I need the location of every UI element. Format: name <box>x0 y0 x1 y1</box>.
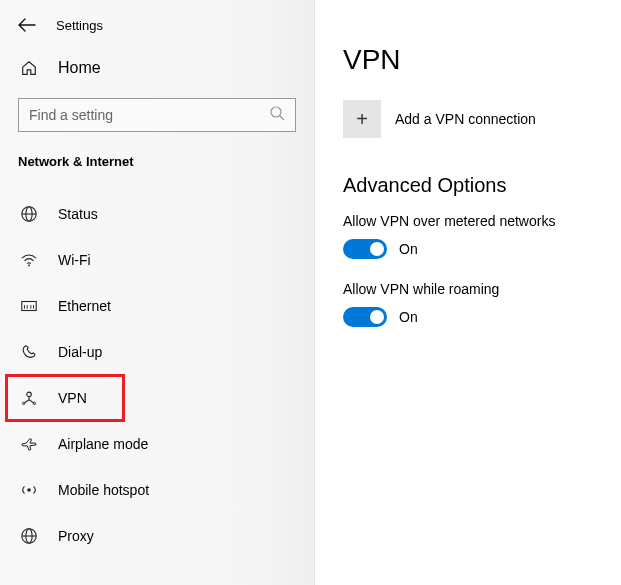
svg-rect-6 <box>22 302 36 311</box>
option-roaming-label: Allow VPN while roaming <box>343 281 601 297</box>
window-title: Settings <box>56 18 103 33</box>
sidebar-item-status[interactable]: Status <box>0 191 314 237</box>
advanced-options-header: Advanced Options <box>343 174 601 197</box>
sidebar-item-label: Proxy <box>58 528 94 544</box>
svg-line-1 <box>280 116 284 120</box>
search-icon <box>269 105 285 125</box>
main-content: VPN + Add a VPN connection Advanced Opti… <box>315 0 621 585</box>
svg-point-15 <box>22 402 24 404</box>
sidebar-item-vpn[interactable]: VPN <box>6 375 124 421</box>
toggle-state: On <box>399 309 418 325</box>
sidebar-item-label: Ethernet <box>58 298 111 314</box>
sidebar: Settings Home Network & Internet Stat <box>0 0 315 585</box>
toggle-switch-icon <box>343 307 387 327</box>
sidebar-item-proxy[interactable]: Proxy <box>0 513 314 559</box>
sidebar-item-ethernet[interactable]: Ethernet <box>0 283 314 329</box>
back-arrow-icon <box>18 18 36 32</box>
proxy-icon <box>18 526 40 546</box>
sidebar-item-label: Wi-Fi <box>58 252 91 268</box>
svg-point-16 <box>33 402 35 404</box>
option-metered-label: Allow VPN over metered networks <box>343 213 601 229</box>
wifi-icon <box>18 250 40 270</box>
sidebar-item-wifi[interactable]: Wi-Fi <box>0 237 314 283</box>
dialup-icon <box>18 342 40 362</box>
add-vpn-button[interactable]: + Add a VPN connection <box>343 100 601 138</box>
search-input[interactable] <box>29 107 269 123</box>
sidebar-item-label: Status <box>58 206 98 222</box>
home-label: Home <box>58 59 101 77</box>
page-title: VPN <box>343 44 601 76</box>
search-box[interactable] <box>18 98 296 132</box>
plus-icon: + <box>343 100 381 138</box>
sidebar-item-label: Mobile hotspot <box>58 482 149 498</box>
svg-point-0 <box>271 107 281 117</box>
ethernet-icon <box>18 296 40 316</box>
svg-point-17 <box>27 488 31 492</box>
toggle-roaming[interactable]: On <box>343 307 601 327</box>
vpn-icon <box>18 388 40 408</box>
sidebar-item-label: Dial-up <box>58 344 102 360</box>
svg-point-11 <box>27 392 32 397</box>
sidebar-item-airplane[interactable]: Airplane mode <box>0 421 314 467</box>
toggle-state: On <box>399 241 418 257</box>
sidebar-item-hotspot[interactable]: Mobile hotspot <box>0 467 314 513</box>
airplane-icon <box>18 434 40 454</box>
add-vpn-label: Add a VPN connection <box>395 111 536 127</box>
home-icon <box>18 58 40 78</box>
sidebar-item-dialup[interactable]: Dial-up <box>0 329 314 375</box>
hotspot-icon <box>18 480 40 500</box>
sidebar-item-home[interactable]: Home <box>0 48 314 88</box>
toggle-metered[interactable]: On <box>343 239 601 259</box>
sidebar-item-label: Airplane mode <box>58 436 148 452</box>
sidebar-item-label: VPN <box>58 390 87 406</box>
section-header: Network & Internet <box>0 132 314 179</box>
globe-icon <box>18 204 40 224</box>
toggle-switch-icon <box>343 239 387 259</box>
svg-point-5 <box>28 265 30 267</box>
back-button[interactable] <box>18 16 36 34</box>
